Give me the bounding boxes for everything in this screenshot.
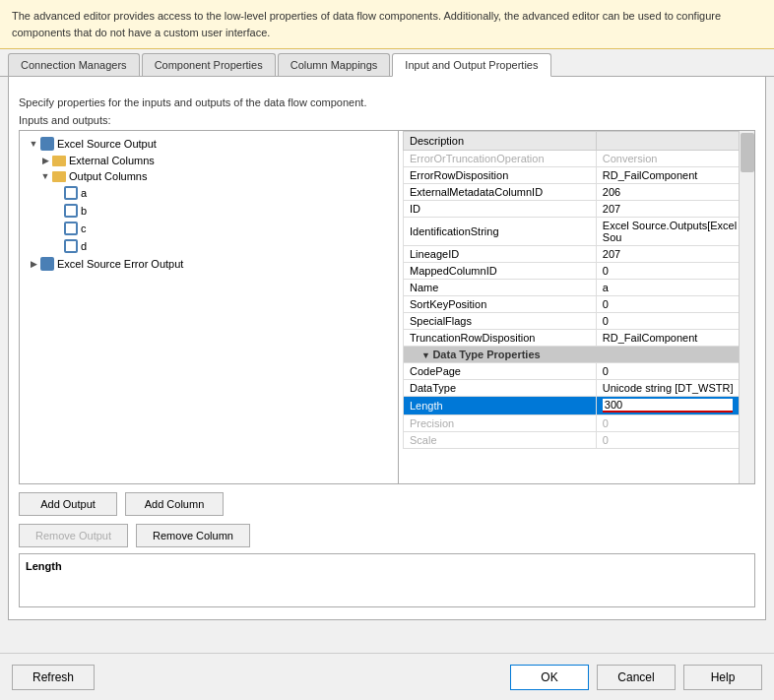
tree-item-col-b[interactable]: ▶ b	[20, 202, 398, 220]
icon-excel-source-error-output	[40, 257, 54, 271]
expand-excel-source-error-output[interactable]: ▶	[28, 258, 39, 270]
icon-col-d	[64, 239, 78, 253]
add-column-button[interactable]: Add Column	[125, 492, 224, 516]
tab-connection-managers[interactable]: Connection Managers	[8, 53, 140, 76]
tree-item-external-columns[interactable]: ▶ External Columns	[20, 153, 398, 168]
icon-col-a	[64, 186, 78, 200]
cancel-button[interactable]: Cancel	[597, 665, 676, 690]
prop-row-ErrorRowDisposition[interactable]: ErrorRowDispositionRD_FailComponent	[404, 167, 754, 184]
tab-component-properties[interactable]: Component Properties	[142, 53, 276, 76]
prop-row-IdentificationString[interactable]: IdentificationStringExcel Source.Outputs…	[404, 218, 754, 246]
button-row-1: Add Output Add Column	[19, 492, 755, 516]
prop-row-ExternalMetadataColumnID[interactable]: ExternalMetadataColumnID206	[404, 184, 754, 201]
prop-row-DataTypePropertiesHeader[interactable]: ▼ Data Type Properties	[404, 347, 754, 363]
expand-output-columns[interactable]: ▼	[39, 170, 51, 182]
ok-button[interactable]: OK	[510, 665, 589, 690]
description-text: Specify properties for the inputs and ou…	[19, 96, 755, 108]
scrollbar[interactable]	[739, 131, 754, 483]
tree-item-col-d[interactable]: ▶ d	[20, 237, 398, 255]
refresh-button[interactable]: Refresh	[12, 665, 95, 690]
tree-item-excel-source-output[interactable]: ▼ Excel Source Output	[20, 135, 398, 153]
prop-row-ID[interactable]: ID207	[404, 201, 754, 218]
icon-external-columns	[52, 156, 66, 166]
prop-row-Name[interactable]: Namea	[404, 280, 754, 296]
prop-row-Precision[interactable]: Precision0	[404, 415, 754, 432]
prop-row-Length[interactable]: Length	[404, 397, 754, 415]
prop-row-SpecialFlags[interactable]: SpecialFlags0	[404, 313, 754, 330]
description-box: Length	[19, 553, 755, 607]
col-header-description: Description	[404, 132, 597, 151]
prop-row-MappedColumnID[interactable]: MappedColumnID0	[404, 263, 754, 280]
icon-col-b	[64, 204, 78, 218]
main-panel: ▼ Excel Source Output ▶ External Columns…	[19, 130, 755, 484]
tab-input-output-properties[interactable]: Input and Output Properties	[392, 53, 550, 77]
remove-column-button[interactable]: Remove Column	[136, 524, 250, 547]
tree-item-output-columns[interactable]: ▼ Output Columns	[20, 168, 398, 184]
add-output-button[interactable]: Add Output	[19, 492, 117, 516]
icon-output-columns	[52, 171, 66, 182]
banner-text: The advanced editor provides access to t…	[12, 10, 721, 38]
remove-output-button[interactable]: Remove Output	[19, 524, 128, 547]
footer-left: Refresh	[12, 665, 95, 690]
help-button[interactable]: Help	[683, 665, 762, 690]
desc-box-label: Length	[26, 560, 748, 572]
tab-bar: Connection Managers Component Properties…	[0, 49, 774, 77]
prop-row-LineageID[interactable]: LineageID207	[404, 246, 754, 263]
properties-table: Description ErrorOrTruncationOperationCo…	[403, 131, 754, 449]
prop-row-DataType[interactable]: DataTypeUnicode string [DT_WSTR]	[404, 380, 754, 397]
tab-column-mappings[interactable]: Column Mappings	[278, 53, 391, 76]
inputs-label: Inputs and outputs:	[19, 114, 755, 126]
footer-bar: Refresh OK Cancel Help	[0, 653, 774, 700]
icon-excel-source-output	[40, 137, 54, 151]
tree-item-excel-source-error-output[interactable]: ▶ Excel Source Error Output	[20, 255, 398, 273]
top-banner: The advanced editor provides access to t…	[0, 0, 774, 49]
prop-row-Scale[interactable]: Scale0	[404, 432, 754, 449]
icon-col-c	[64, 222, 78, 235]
tree-item-col-a[interactable]: ▶ a	[20, 184, 398, 202]
expand-excel-source-output[interactable]: ▼	[28, 138, 39, 150]
col-header-value	[596, 132, 753, 151]
prop-row-CodePage[interactable]: CodePage0	[404, 363, 754, 380]
button-row-2: Remove Output Remove Column	[19, 524, 755, 547]
expand-external-columns[interactable]: ▶	[39, 155, 51, 166]
prop-row-ErrorOrTruncationOperation[interactable]: ErrorOrTruncationOperationConversion	[404, 151, 754, 167]
tree-panel[interactable]: ▼ Excel Source Output ▶ External Columns…	[20, 131, 399, 483]
prop-row-SortKeyPosition[interactable]: SortKeyPosition0	[404, 296, 754, 313]
properties-panel: Description ErrorOrTruncationOperationCo…	[403, 131, 754, 483]
tree-item-col-c[interactable]: ▶ c	[20, 220, 398, 237]
footer-right: OK Cancel Help	[510, 665, 762, 690]
prop-row-TruncationRowDisposition[interactable]: TruncationRowDispositionRD_FailComponent	[404, 330, 754, 347]
